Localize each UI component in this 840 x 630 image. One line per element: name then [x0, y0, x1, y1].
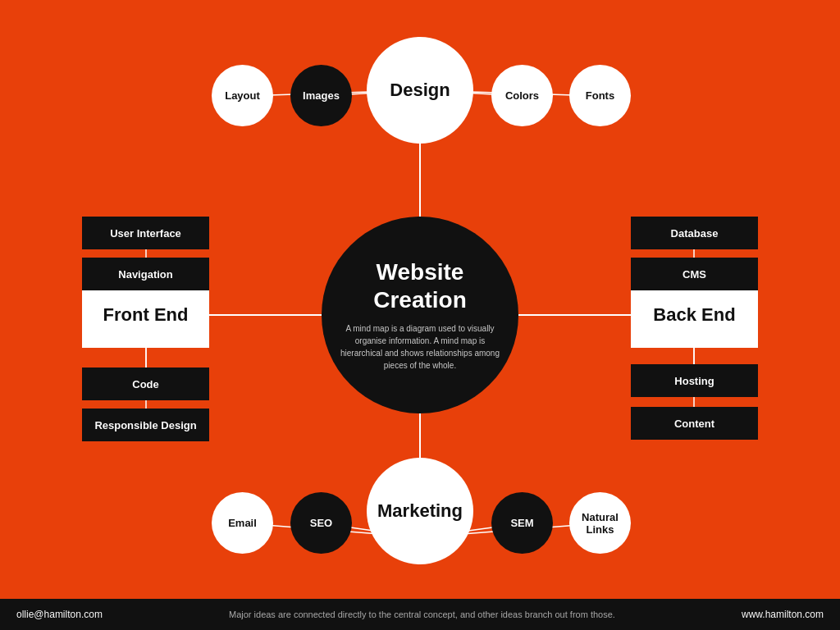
- content-node: Content: [631, 407, 758, 440]
- code-node: Code: [82, 368, 209, 400]
- layout-node: Layout: [212, 65, 273, 126]
- footer-website: www.hamilton.com: [742, 609, 824, 620]
- front-end-label: Front End: [103, 304, 189, 326]
- center-description: A mind map is a diagram used to visually…: [322, 322, 518, 372]
- sem-node: SEM: [491, 492, 553, 554]
- email-node: Email: [212, 492, 273, 554]
- marketing-node: Marketing: [367, 458, 473, 564]
- responsible-design-node: Responsible Design: [82, 409, 209, 441]
- user-interface-node: User Interface: [82, 217, 209, 249]
- navigation-node: Navigation: [82, 258, 209, 290]
- natural-links-node: Natural Links: [569, 492, 631, 554]
- footer-caption: Major ideas are connected directly to th…: [229, 609, 615, 619]
- front-end-node: Front End: [82, 282, 209, 348]
- database-node: Database: [631, 217, 758, 249]
- design-node: Design: [367, 37, 473, 144]
- back-end-node: Back End: [631, 282, 758, 348]
- hosting-node: Hosting: [631, 364, 758, 397]
- cms-node: CMS: [631, 258, 758, 290]
- design-label: Design: [390, 80, 450, 101]
- back-end-label: Back End: [653, 304, 735, 326]
- marketing-label: Marketing: [377, 500, 463, 522]
- fonts-node: Fonts: [569, 65, 631, 126]
- images-node: Images: [290, 65, 352, 126]
- center-title: WebsiteCreation: [373, 258, 467, 313]
- center-node: WebsiteCreation A mind map is a diagram …: [322, 217, 518, 413]
- seo-node: SEO: [290, 492, 352, 554]
- footer-email: ollie@hamilton.com: [16, 609, 103, 620]
- footer: ollie@hamilton.com Major ideas are conne…: [0, 599, 840, 630]
- colors-node: Colors: [491, 65, 553, 126]
